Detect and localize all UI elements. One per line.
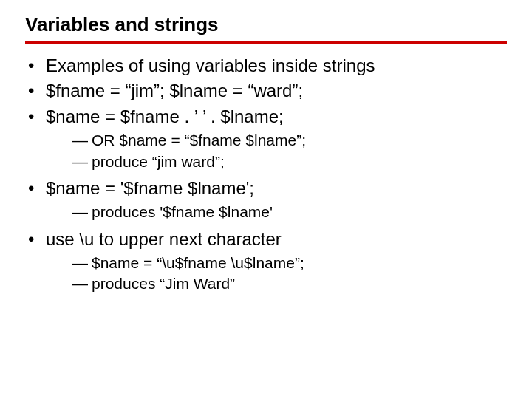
slide-title: Variables and strings: [25, 13, 507, 36]
sub-bullet-item: OR $name = “$fname $lname”;: [72, 130, 507, 151]
sub-bullet-item: produces '$fname $lname': [72, 202, 507, 222]
bullet-item: $name = $fname . ’ ’ . $lname; OR $name …: [25, 105, 507, 172]
sub-bullet-item: $name = “\u$fname \u$lname”;: [72, 253, 507, 273]
bullet-item: Examples of using variables inside strin…: [25, 54, 507, 78]
bullet-text: use \u to upper next character: [46, 229, 282, 249]
bullet-text: $name = $fname . ’ ’ . $lname;: [46, 106, 284, 126]
sub-bullet-list: produces '$fname $lname': [46, 202, 507, 222]
slide: Variables and strings Examples of using …: [0, 0, 532, 399]
title-underline: [25, 41, 507, 44]
sub-bullet-item: produces “Jim Ward”: [72, 273, 507, 294]
bullet-text: $name = '$fname $lname';: [46, 178, 254, 198]
bullet-item: $name = '$fname $lname'; produces '$fnam…: [25, 177, 507, 223]
bullet-item: $fname = “jim”; $lname = “ward”;: [25, 79, 507, 103]
bullet-list: Examples of using variables inside strin…: [25, 54, 507, 295]
bullet-item: use \u to upper next character $name = “…: [25, 228, 507, 295]
sub-bullet-list: OR $name = “$fname $lname”; produce “jim…: [46, 130, 507, 172]
sub-bullet-item: produce “jim ward”;: [72, 151, 507, 172]
sub-bullet-list: $name = “\u$fname \u$lname”; produces “J…: [46, 253, 507, 295]
